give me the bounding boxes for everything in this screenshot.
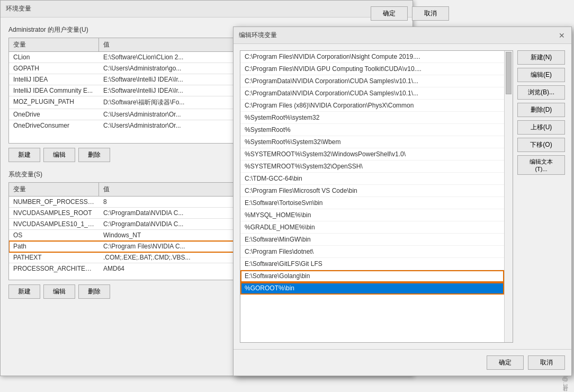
sys-var-name: Path: [9, 241, 99, 252]
sys-var-name: NVCUDASAMPLES10_1_R...: [9, 219, 99, 229]
path-list-items: C:\Program Files\NVIDIA Corporation\Nsig…: [240, 51, 504, 295]
path-list-item[interactable]: %SYSTEMROOT%\System32\OpenSSH\: [240, 161, 504, 173]
edit-dialog-right-buttons: 新建(N) 编辑(E) 浏览(B)... 删除(D) 上移(U) 下移(O) 编…: [517, 50, 565, 343]
sys-var-name: PATHEXT: [9, 252, 99, 263]
path-delete-btn[interactable]: 删除(D): [517, 103, 565, 117]
edit-ok-btn[interactable]: 确定: [487, 355, 524, 370]
path-up-btn[interactable]: 上移(U): [517, 120, 565, 135]
user-var-name: IntelliJ IDEA: [9, 74, 99, 85]
path-new-btn[interactable]: 新建(N): [517, 50, 565, 65]
path-list-item[interactable]: C:\Program Files\NVIDIA GPU Computing To…: [240, 63, 504, 75]
path-list-container: C:\Program Files\NVIDIA Corporation\Nsig…: [240, 50, 513, 343]
top-ok-btn[interactable]: 确定: [371, 6, 408, 21]
top-cancel-btn[interactable]: 取消: [412, 6, 449, 21]
path-list-item[interactable]: C:\Program Files\NVIDIA Corporation\Nsig…: [240, 51, 504, 63]
path-list-item[interactable]: %MYSQL_HOME%\bin: [240, 209, 504, 221]
path-list-scrollbar[interactable]: [504, 51, 513, 342]
user-delete-btn[interactable]: 删除: [78, 148, 110, 162]
edit-dialog-titlebar: 编辑环境变量 ✕: [234, 27, 571, 44]
scrollbar-thumb[interactable]: [506, 52, 512, 94]
path-down-btn[interactable]: 下移(O): [517, 138, 565, 152]
edit-cancel-btn[interactable]: 取消: [528, 355, 565, 370]
env-window-title: 环境变量: [6, 4, 31, 13]
path-list-item[interactable]: C:\ProgramData\NVIDIA Corporation\CUDA S…: [240, 75, 504, 87]
path-browse-btn[interactable]: 浏览(B)...: [517, 85, 565, 100]
edit-dialog-title: 编辑环境变量: [239, 31, 277, 40]
sys-new-btn[interactable]: 新建: [8, 284, 40, 299]
path-list-item[interactable]: C:\ProgramData\NVIDIA Corporation\CUDA S…: [240, 87, 504, 100]
path-list-item[interactable]: %GOROOT%\bin: [240, 282, 504, 295]
sys-edit-btn[interactable]: 编辑: [43, 284, 75, 299]
user-var-name: OneDriveConsumer: [9, 120, 99, 131]
user-var-name: CLion: [9, 52, 99, 63]
path-list-item[interactable]: C:\Program Files (x86)\NVIDIA Corporatio…: [240, 100, 504, 112]
edit-dialog: 编辑环境变量 ✕ C:\Program Files\NVIDIA Corpora…: [233, 26, 572, 376]
path-list-item[interactable]: %SYSTEMROOT%\System32\WindowsPowerShell\…: [240, 148, 504, 161]
sys-var-name: NUMBER_OF_PROCESSORS: [9, 197, 99, 207]
user-var-name: OneDrive: [9, 109, 99, 120]
path-list-item[interactable]: %SystemRoot%\system32: [240, 112, 504, 124]
sys-var-col-header: 变量: [9, 183, 99, 196]
path-edit-btn[interactable]: 编辑(E): [517, 68, 565, 82]
path-list-item[interactable]: %GRADLE_HOME%\bin: [240, 221, 504, 234]
path-list-item[interactable]: E:\Software\Golang\bin: [240, 270, 504, 282]
user-var-col-header: 变量: [9, 38, 99, 51]
top-right-buttons: 确定 取消: [371, 6, 449, 21]
path-edittext-btn[interactable]: 编辑文本(T)...: [517, 155, 565, 175]
path-list-item[interactable]: %SystemRoot%\System32\Wbem: [240, 136, 504, 148]
edit-dialog-bottom: 确定 取消: [234, 349, 571, 376]
user-edit-btn[interactable]: 编辑: [43, 148, 75, 162]
sys-delete-btn[interactable]: 删除: [78, 284, 110, 299]
sys-var-name: PROCESSOR_ARCHITECT...: [9, 263, 99, 274]
user-var-name: IntelliJ IDEA Community E...: [9, 85, 99, 96]
edit-close-button[interactable]: ✕: [558, 31, 566, 40]
user-var-name: MOZ_PLUGIN_PATH: [9, 96, 99, 109]
path-list-item[interactable]: C:\Program Files\Microsoft VS Code\bin: [240, 185, 504, 197]
edit-dialog-body: C:\Program Files\NVIDIA Corporation\Nsig…: [234, 44, 571, 349]
path-list-item[interactable]: C:\TDM-GCC-64\bin: [240, 173, 504, 185]
path-list-item[interactable]: %SystemRoot%: [240, 124, 504, 136]
path-list-item[interactable]: E:\Software\MinGW\bin: [240, 234, 504, 246]
path-list-item[interactable]: E:\Software\TortoiseSvn\bin: [240, 197, 504, 209]
sys-var-name: OS: [9, 230, 99, 240]
path-list-item[interactable]: E:\Software\GitLFS\Git LFS: [240, 258, 504, 270]
env-window-titlebar: 环境变量 ✕: [1, 1, 412, 17]
user-new-btn[interactable]: 新建: [8, 148, 40, 162]
sys-var-name: NVCUDASAMPLES_ROOT: [9, 208, 99, 218]
path-list-item[interactable]: C:\Program Files\dotnet\: [240, 246, 504, 258]
path-list-inner: C:\Program Files\NVIDIA Corporation\Nsig…: [240, 51, 504, 342]
user-var-name: GOPATH: [9, 63, 99, 74]
